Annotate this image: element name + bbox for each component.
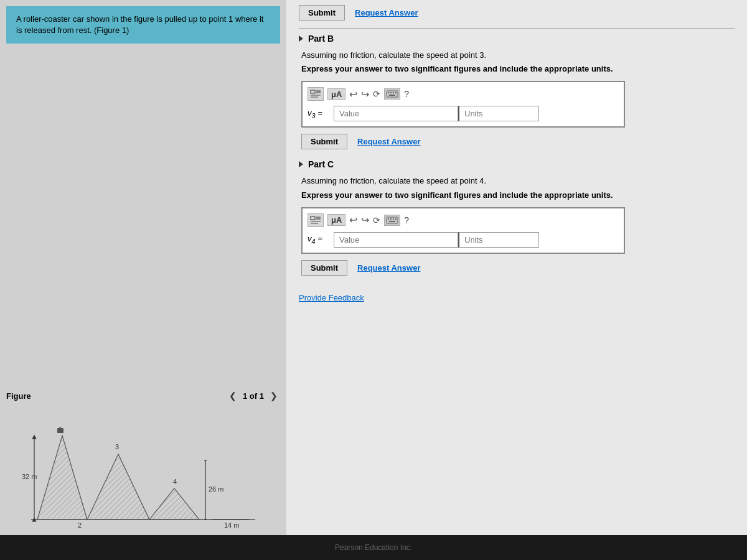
part-c-section: Part C Assuming no friction, calculate t… [299,159,735,275]
svg-text:2: 2 [78,521,82,529]
right-panel: Submit Request Answer Part B Assuming no… [286,0,747,535]
part-b-label: Part B [308,34,334,44]
provide-feedback-link[interactable]: Provide Feedback [299,293,735,302]
part-b-section: Part B Assuming no friction, calculate t… [299,34,735,149]
part-c-help-button[interactable]: ? [404,215,409,225]
part-b-value-input[interactable] [334,106,458,121]
part-c-toolbar: μA ↩ ↪ ⟳ [308,213,619,227]
bottom-bar: Pearson Education Inc. [0,535,747,560]
part-b-redo-button[interactable]: ↪ [361,88,369,100]
part-b-mu-button[interactable]: μA [327,88,345,100]
problem-text: A roller-coaster car shown in the figure… [6,6,280,44]
svg-rect-30 [316,217,321,220]
svg-rect-37 [395,218,397,220]
roller-coaster-figure: 2 3 4 1 32 m [6,404,280,529]
part-b-input-row: v3 = [308,106,619,121]
part-c-input-row: v4 = [308,232,619,248]
part-c-keyboard-button[interactable] [384,215,400,226]
part-b-help-button[interactable]: ? [404,89,409,99]
svg-text:14 m: 14 m [224,521,239,529]
part-b-undo-button[interactable]: ↩ [349,88,357,100]
svg-rect-38 [389,221,395,222]
top-submit-button[interactable]: Submit [299,5,345,21]
svg-rect-18 [57,428,63,433]
part-c-units-input[interactable] [458,232,539,248]
part-c-submit-button[interactable]: Submit [301,260,347,276]
part-c-body: Assuming no friction, calculate the spee… [299,175,735,275]
part-b-var-label: v3 = [308,108,330,119]
svg-text:26 m: 26 m [209,485,223,493]
bottom-bar-text: Pearson Education Inc. [335,543,412,552]
part-c-mu-button[interactable]: μA [327,214,345,226]
top-action-row: Submit Request Answer [299,0,735,29]
part-c-header: Part C [299,159,735,169]
part-b-answer-box: μA ↩ ↪ ⟳ [301,81,625,128]
part-c-instruction2: Express your answer to two significant f… [301,190,735,201]
part-c-request-answer-link[interactable]: Request Answer [357,263,420,273]
part-b-toolbar: μA ↩ ↪ ⟳ [308,87,619,101]
part-c-answer-box: μA ↩ ↪ ⟳ [301,207,625,254]
svg-rect-25 [390,92,392,93]
part-c-undo-button[interactable]: ↩ [349,214,357,226]
left-panel: A roller-coaster car shown in the figure… [0,0,286,535]
svg-rect-19 [311,90,315,93]
part-b-format-icon[interactable] [308,87,324,101]
figure-area: Figure ❮ 1 of 1 ❯ [0,44,286,535]
figure-label: Figure [6,391,31,401]
problem-description: A roller-coaster car shown in the figure… [16,14,263,35]
part-b-refresh-button[interactable]: ⟳ [373,89,380,99]
figure-page: 1 of 1 [243,391,264,401]
svg-rect-20 [316,90,321,93]
part-c-submit-row: Submit Request Answer [301,260,735,276]
figure-header: Figure ❮ 1 of 1 ❯ [6,390,280,402]
part-b-units-input[interactable] [458,106,539,121]
part-b-header: Part B [299,34,735,44]
svg-text:4: 4 [173,478,177,485]
svg-rect-28 [389,95,395,96]
part-c-value-input[interactable] [334,232,458,248]
figure-prev-button[interactable]: ❮ [227,390,239,402]
svg-rect-27 [395,92,397,93]
top-request-answer-link[interactable]: Request Answer [355,8,418,17]
svg-rect-26 [393,92,394,93]
svg-text:3: 3 [115,443,119,450]
part-c-label: Part C [308,159,334,169]
figure-navigation[interactable]: ❮ 1 of 1 ❯ [227,390,280,402]
part-c-redo-button[interactable]: ↪ [361,214,369,226]
svg-rect-34 [388,218,389,220]
part-b-request-answer-link[interactable]: Request Answer [357,137,420,146]
part-b-instruction2: Express your answer to two significant f… [301,63,735,75]
svg-rect-35 [390,218,392,220]
part-b-expand-icon[interactable] [299,35,303,42]
svg-rect-24 [388,92,389,93]
part-b-submit-row: Submit Request Answer [301,134,735,149]
part-c-var-label: v4 = [308,234,330,245]
svg-rect-29 [311,217,315,220]
svg-rect-36 [393,218,394,220]
figure-next-button[interactable]: ❯ [268,390,280,402]
svg-rect-23 [387,91,398,97]
part-b-body: Assuming no friction, calculate the spee… [299,50,735,149]
part-c-refresh-button[interactable]: ⟳ [373,215,380,225]
part-b-submit-button[interactable]: Submit [301,134,347,149]
part-b-keyboard-button[interactable] [384,88,400,100]
part-c-format-icon[interactable] [308,213,324,227]
svg-text:32 m: 32 m [22,473,37,480]
svg-rect-33 [387,217,398,223]
part-b-instruction1: Assuming no friction, calculate the spee… [301,50,735,61]
part-c-expand-icon[interactable] [299,161,303,167]
part-c-instruction1: Assuming no friction, calculate the spee… [301,175,735,187]
